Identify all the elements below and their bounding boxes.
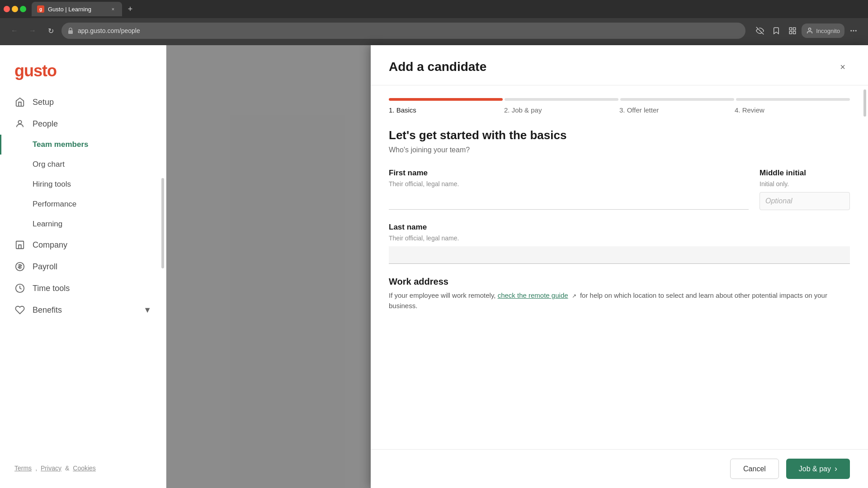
- browser-tab[interactable]: g Gusto | Learning ×: [32, 2, 122, 16]
- progress-bar-3: [620, 98, 734, 101]
- eye-slash-icon: [753, 23, 767, 38]
- menu-icon[interactable]: [846, 23, 861, 38]
- reload-button[interactable]: ↻: [43, 23, 58, 38]
- incognito-badge: Incognito: [802, 23, 844, 38]
- middle-initial-hint: Initial only.: [760, 180, 850, 188]
- remote-guide-link[interactable]: check the remote guide: [498, 291, 568, 299]
- progress-bar-1: [389, 98, 503, 101]
- progress-bars: [389, 98, 850, 101]
- sidebar-item-hiring-tools-label: Hiring tools: [33, 180, 71, 189]
- sidebar-item-setup[interactable]: Setup: [0, 91, 166, 113]
- sidebar-item-benefits[interactable]: Benefits ▼: [0, 299, 166, 321]
- svg-point-8: [856, 30, 857, 31]
- browser-titlebar: g Gusto | Learning × +: [0, 0, 868, 18]
- tab-title: Gusto | Learning: [48, 6, 91, 13]
- browser-chrome: g Gusto | Learning × + ← → ↻ app.gusto.c…: [0, 0, 868, 45]
- cookies-link[interactable]: Cookies: [73, 465, 96, 472]
- modal-scrollbar[interactable]: [863, 89, 866, 117]
- work-address-section: Work address If your employee will work …: [389, 277, 850, 311]
- last-name-group: Last name Their official, legal name.: [389, 223, 850, 264]
- terms-link[interactable]: Terms: [14, 465, 32, 472]
- privacy-link[interactable]: Privacy: [41, 465, 61, 472]
- section-title: Let's get started with the basics: [389, 128, 850, 142]
- person-icon: [14, 118, 25, 129]
- sidebar-item-team-members[interactable]: Team members: [0, 135, 166, 155]
- next-button-icon: ›: [835, 464, 837, 474]
- forward-button[interactable]: →: [25, 23, 40, 38]
- modal-close-button[interactable]: ×: [835, 60, 850, 74]
- clock-icon: [14, 283, 25, 294]
- sidebar-item-company-label: Company: [33, 240, 67, 250]
- external-link-icon: ↗: [572, 293, 576, 299]
- sidebar-item-team-members-label: Team members: [33, 140, 88, 149]
- sidebar-item-learning[interactable]: Learning: [0, 214, 166, 234]
- sidebar-scrollbar[interactable]: [161, 178, 164, 268]
- sidebar-item-time-tools-label: Time tools: [33, 284, 70, 293]
- building-icon: [14, 239, 25, 250]
- sidebar-item-people-label: People: [33, 119, 58, 129]
- last-name-input[interactable]: [389, 246, 850, 264]
- svg-point-10: [18, 121, 21, 124]
- address-bar[interactable]: app.gusto.com/people: [61, 23, 745, 39]
- incognito-label: Incognito: [816, 28, 840, 34]
- cancel-button[interactable]: Cancel: [730, 459, 779, 479]
- first-name-input[interactable]: [389, 192, 749, 210]
- main-layout: gusto Setup People Team members: [0, 45, 868, 488]
- step-2-label: 2. Job & pay: [504, 106, 619, 114]
- sidebar-item-benefits-label: Benefits: [33, 305, 62, 315]
- middle-initial-label: Middle initial: [760, 169, 850, 178]
- work-address-title: Work address: [389, 277, 850, 287]
- svg-point-9: [851, 30, 852, 31]
- window-close[interactable]: [20, 6, 26, 12]
- svg-rect-2: [789, 28, 792, 30]
- middle-initial-input[interactable]: [760, 192, 850, 210]
- sidebar-item-company[interactable]: Company: [0, 234, 166, 256]
- sidebar-item-payroll-label: Payroll: [33, 262, 57, 272]
- extensions-icon[interactable]: [785, 23, 800, 38]
- sidebar-item-hiring-tools[interactable]: Hiring tools: [0, 174, 166, 194]
- sidebar-item-time-tools[interactable]: Time tools: [0, 277, 166, 299]
- work-address-description: If your employee will work remotely, che…: [389, 291, 850, 311]
- modal-title: Add a candidate: [389, 60, 486, 74]
- progress-steps: 1. Basics 2. Job & pay 3. Offer letter 4…: [389, 106, 850, 114]
- sidebar-item-performance[interactable]: Performance: [0, 194, 166, 214]
- sidebar-nav: Setup People Team members Org chart Hiri…: [0, 91, 166, 457]
- first-name-group: First name Their official, legal name.: [389, 169, 749, 210]
- tab-close-button[interactable]: ×: [109, 5, 117, 13]
- middle-initial-group: Middle initial Initial only.: [760, 169, 850, 210]
- new-tab-button[interactable]: +: [124, 3, 137, 15]
- progress-bar-4: [736, 98, 850, 101]
- tab-favicon: g: [37, 5, 44, 13]
- progress-section: 1. Basics 2. Job & pay 3. Offer letter 4…: [371, 85, 868, 114]
- svg-rect-3: [793, 28, 796, 30]
- next-button-label: Job & pay: [799, 465, 831, 473]
- window-maximize[interactable]: [12, 6, 18, 12]
- sidebar-item-setup-label: Setup: [33, 98, 54, 107]
- job-and-pay-button[interactable]: Job & pay ›: [786, 459, 850, 479]
- back-button[interactable]: ←: [7, 23, 22, 38]
- home-icon: [14, 97, 25, 108]
- svg-rect-0: [68, 30, 73, 34]
- heart-icon: [14, 305, 25, 315]
- svg-point-7: [853, 30, 854, 31]
- modal-body: Let's get started with the basics Who's …: [371, 114, 868, 449]
- progress-bar-2: [505, 98, 618, 101]
- bookmark-icon[interactable]: [769, 23, 783, 38]
- url-text: app.gusto.com/people: [78, 27, 140, 34]
- modal-overlay: Add a candidate × 1. Basics 2. Job & pay: [166, 45, 868, 488]
- logo-text: gusto: [14, 61, 151, 80]
- sidebar-item-org-chart[interactable]: Org chart: [0, 155, 166, 174]
- modal-footer: Cancel Job & pay ›: [371, 449, 868, 488]
- sidebar-footer: Terms, Privacy & Cookies: [0, 457, 166, 479]
- lock-icon: [67, 27, 74, 34]
- sidebar-item-payroll[interactable]: Payroll: [0, 256, 166, 277]
- section-subtitle: Who's joining your team?: [389, 146, 850, 154]
- browser-nav: ← → ↻ app.gusto.com/people Incognito: [0, 18, 868, 43]
- first-name-label: First name: [389, 169, 749, 178]
- window-minimize[interactable]: [4, 6, 10, 12]
- content-area: Add a candidate × 1. Basics 2. Job & pay: [166, 45, 868, 488]
- benefits-expand-icon[interactable]: ▼: [143, 305, 151, 315]
- sidebar-item-learning-label: Learning: [33, 220, 62, 229]
- sidebar-item-people[interactable]: People: [0, 113, 166, 135]
- sidebar-item-org-chart-label: Org chart: [33, 160, 65, 169]
